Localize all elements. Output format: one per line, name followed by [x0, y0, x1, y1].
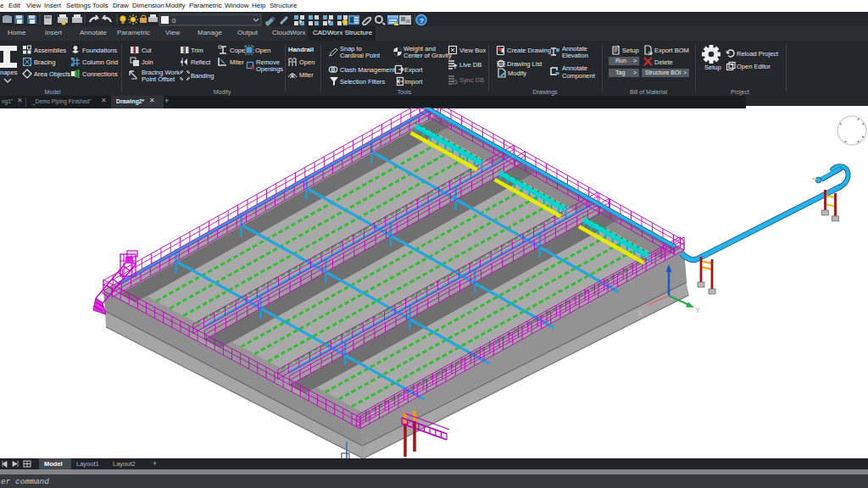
svg-text:?: ?: [420, 17, 424, 25]
svg-text:Y: Y: [695, 306, 700, 314]
svg-text:X: X: [637, 309, 643, 318]
svg-text:0: 0: [172, 17, 176, 25]
